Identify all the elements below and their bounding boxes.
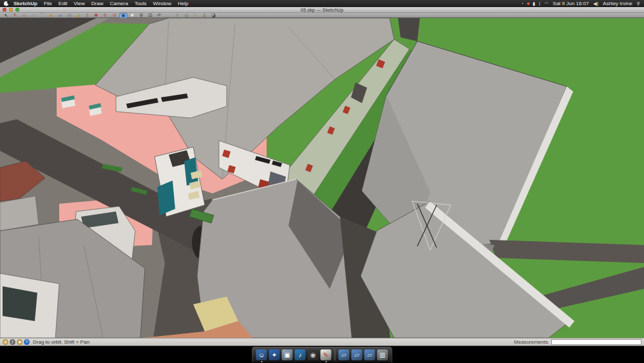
offset-tool[interactable]: ↺ (110, 13, 118, 18)
status-right: Measurements (514, 339, 641, 345)
position-camera-tool[interactable]: ◎ (182, 13, 191, 18)
recording-icon[interactable]: ■ (527, 0, 529, 7)
spotlight-icon[interactable]: ⚲ (637, 0, 640, 7)
menu-item-tools[interactable]: Tools (135, 1, 147, 6)
viewport[interactable] (0, 18, 644, 338)
status-bar: ◍ƒ◉? Drag to orbit. Shift = Pan Measurem… (0, 338, 644, 346)
battery-icon[interactable]: ▮ (533, 0, 535, 7)
share-model-tool[interactable]: ⇪ (173, 13, 182, 18)
running-indicator (325, 361, 327, 362)
credit-icon[interactable]: ƒ (10, 339, 15, 345)
make-component-tool[interactable]: ◆ (47, 13, 55, 18)
geolocation-icon[interactable]: ◍ (3, 339, 8, 345)
orbit-tool[interactable]: ◉ (119, 13, 128, 18)
apple-menu-icon[interactable] (4, 1, 8, 6)
dock-item-stack-1[interactable]: ▱ (339, 349, 350, 360)
pan-tool[interactable]: ✱ (128, 13, 137, 18)
tape-measure-tool[interactable]: ◷ (65, 13, 73, 18)
select-tool[interactable]: ↖ (2, 13, 10, 18)
model-info-icon[interactable]: ◉ (17, 339, 23, 345)
menu-bar-right: ◔■▮ᛒ◠ Sat 9 Jun 16:07 ◀) Ashley Irvine ⚲ (521, 0, 640, 7)
time-machine-icon[interactable]: ◔ (521, 0, 524, 7)
dock-item-trash[interactable]: ▥ (377, 349, 388, 360)
window-title: 05.skp — SketchUp (0, 7, 644, 13)
menu-item-window[interactable]: Window (153, 1, 171, 6)
rotate-tool[interactable]: ↻ (101, 13, 109, 18)
menu-item-edit[interactable]: Edit (59, 1, 68, 6)
menu-item-draw[interactable]: Draw (91, 1, 104, 6)
menu-items: SketchUpFileEditViewDrawCameraToolsWindo… (14, 1, 189, 6)
menu-status-icons: ◔■▮ᛒ◠ (521, 0, 549, 7)
zoom-button[interactable] (15, 8, 19, 12)
move-tool[interactable]: ✚ (92, 13, 100, 18)
help-icon[interactable]: ? (24, 339, 30, 345)
menu-user[interactable]: Ashley Irvine (603, 1, 632, 6)
bluetooth-icon[interactable]: ᛒ (538, 0, 541, 7)
close-button[interactable] (3, 8, 6, 12)
measurements-input[interactable] (551, 339, 641, 345)
dock-item-itunes[interactable]: ♪ (295, 349, 306, 360)
rectangle-tool[interactable]: ▭ (20, 13, 28, 18)
viewport-canvas[interactable] (0, 18, 644, 338)
zoom-extents-tool[interactable]: ⊡ (146, 13, 155, 18)
menu-clock[interactable]: Sat 9 Jun 16:07 (553, 1, 589, 6)
dock-item-safari[interactable]: ✦ (269, 349, 280, 360)
eraser-tool[interactable]: ▰ (56, 13, 64, 18)
dock-item-stack-2[interactable]: ▱ (352, 349, 363, 360)
previous-view-tool[interactable]: ↶ (155, 13, 164, 18)
menu-item-sketchup[interactable]: SketchUp (14, 1, 37, 6)
push-pull-tool[interactable]: ⇧ (83, 13, 91, 18)
wifi-icon[interactable]: ◠ (544, 0, 548, 7)
circle-tool[interactable]: ○ (29, 13, 37, 18)
line-tool[interactable]: ✎ (11, 13, 19, 18)
volume-icon[interactable]: ◀) (593, 0, 598, 7)
dock-item-finder[interactable]: ☺ (256, 349, 267, 360)
running-indicator (261, 361, 262, 362)
dock-item-photo-booth[interactable]: ◉ (308, 349, 319, 360)
screen: SketchUpFileEditViewDrawCameraToolsWindo… (0, 0, 644, 363)
toolbar: ↖✎▭○⌒◆▰◷◢⇧✚↻↺◉✱⚲⊡↶⌂⇪◎⊙♙◪ (0, 13, 644, 18)
dock-item-sketchup[interactable]: ✎ (321, 349, 332, 360)
dock-item-preview[interactable]: ▣ (282, 349, 293, 360)
status-icons: ◍ƒ◉? (3, 339, 30, 345)
arc-tool[interactable]: ⌒ (38, 13, 46, 18)
dock-item-stack-3[interactable]: ▱ (365, 349, 375, 360)
dock: ☺✦▣♪◉✎▱▱▱▥ (252, 347, 393, 362)
walk-tool[interactable]: ♙ (200, 13, 209, 18)
section-plane-tool[interactable]: ◪ (209, 13, 218, 18)
look-around-tool[interactable]: ⊙ (191, 13, 200, 18)
dock-strip: ☺✦▣♪◉✎▱▱▱▥ (0, 346, 644, 363)
dock-divider (335, 349, 336, 360)
menu-item-camera[interactable]: Camera (109, 1, 128, 6)
get-models-tool[interactable]: ⌂ (164, 13, 173, 18)
minimize-button[interactable] (9, 8, 13, 12)
menu-item-help[interactable]: Help (178, 1, 188, 6)
menu-item-view[interactable]: View (74, 1, 85, 6)
zoom-tool[interactable]: ⚲ (137, 13, 146, 18)
menu-item-file[interactable]: File (44, 1, 52, 6)
paint-bucket-tool[interactable]: ◢ (74, 13, 82, 18)
menu-bar: SketchUpFileEditViewDrawCameraToolsWindo… (0, 0, 644, 7)
status-hint: Drag to orbit. Shift = Pan (33, 339, 90, 345)
measurements-label: Measurements (514, 339, 548, 345)
